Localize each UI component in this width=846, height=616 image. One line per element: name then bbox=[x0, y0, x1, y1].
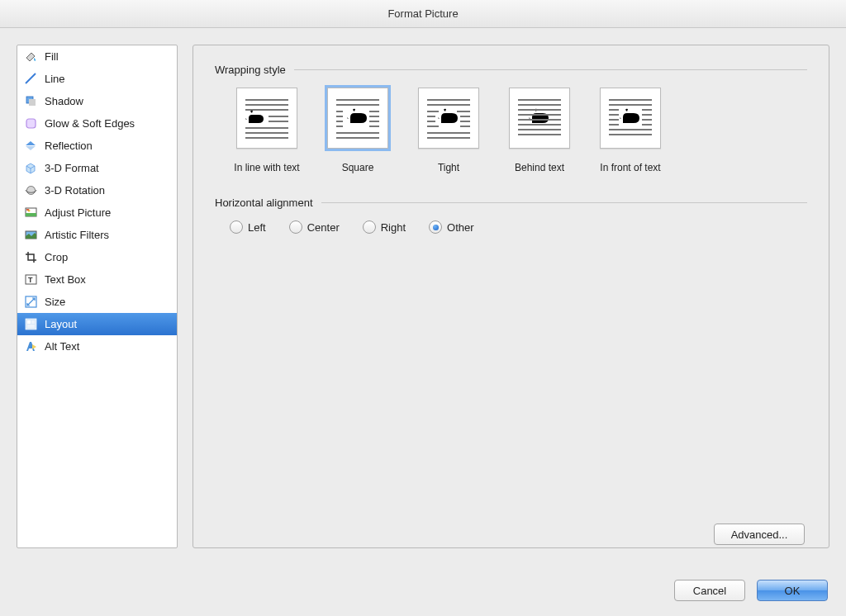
svg-rect-13 bbox=[26, 319, 36, 329]
radio-button-icon bbox=[429, 220, 442, 234]
sidebar-item-alt-text[interactable]: Alt Text bbox=[17, 335, 177, 358]
sidebar-item-label: 3-D Rotation bbox=[45, 184, 105, 197]
svg-point-4 bbox=[27, 187, 36, 195]
svg-rect-8 bbox=[26, 209, 29, 211]
crop-icon bbox=[24, 250, 38, 264]
radio-button-icon bbox=[230, 220, 243, 234]
radio-button-icon bbox=[363, 220, 376, 234]
dialog-button-row: Cancel OK bbox=[674, 580, 828, 601]
wrapping-options-row: In line with text Square bbox=[230, 88, 807, 173]
divider bbox=[294, 69, 807, 70]
alt-text-icon bbox=[24, 339, 38, 353]
dialog-content: Fill Line Shadow Glow & Soft Edges Refle… bbox=[0, 28, 846, 565]
window-title: Format Picture bbox=[0, 0, 846, 28]
sidebar-item-layout[interactable]: Layout bbox=[17, 313, 177, 335]
sidebar-item-3d-rotation[interactable]: 3-D Rotation bbox=[17, 179, 177, 201]
wrapping-label-text: Wrapping style bbox=[215, 64, 286, 76]
paint-bucket-icon bbox=[24, 50, 38, 64]
layout-icon bbox=[24, 317, 38, 331]
sidebar-item-fill[interactable]: Fill bbox=[17, 45, 177, 68]
halign-label-text: Horizontal alignment bbox=[215, 197, 313, 209]
sidebar-item-label: 3-D Format bbox=[45, 162, 99, 174]
sidebar-item-text-box[interactable]: T Text Box bbox=[17, 268, 177, 291]
sidebar-item-artistic-filters[interactable]: Artistic Filters bbox=[17, 224, 177, 246]
advanced-button-wrap: Advanced... bbox=[714, 524, 805, 545]
wrap-option-inline[interactable]: In line with text bbox=[230, 88, 304, 173]
cube-icon bbox=[24, 161, 38, 175]
sidebar-item-label: Artistic Filters bbox=[45, 229, 109, 241]
radio-other[interactable]: Other bbox=[429, 220, 474, 234]
svg-text:T: T bbox=[28, 276, 33, 284]
sidebar-item-label: Text Box bbox=[45, 273, 86, 286]
wrap-option-label: In line with text bbox=[230, 162, 304, 173]
wrap-option-tight[interactable]: Tight bbox=[411, 88, 486, 173]
category-sidebar: Fill Line Shadow Glow & Soft Edges Refle… bbox=[17, 45, 178, 548]
sidebar-item-label: Line bbox=[45, 73, 65, 85]
glow-icon bbox=[24, 116, 38, 130]
cancel-button[interactable]: Cancel bbox=[674, 580, 745, 601]
text-box-icon: T bbox=[24, 272, 38, 287]
sidebar-item-shadow[interactable]: Shadow bbox=[17, 90, 177, 112]
sidebar-item-size[interactable]: Size bbox=[17, 291, 177, 313]
radio-label: Right bbox=[381, 221, 406, 234]
wrap-option-label: In front of text bbox=[593, 162, 668, 173]
shadow-icon bbox=[24, 94, 38, 108]
sidebar-item-label: Fill bbox=[45, 50, 59, 63]
sidebar-item-glow[interactable]: Glow & Soft Edges bbox=[17, 112, 177, 135]
wrap-option-label: Square bbox=[321, 162, 395, 173]
wrap-option-label: Tight bbox=[411, 162, 486, 173]
radio-label: Center bbox=[307, 221, 340, 234]
radio-label: Other bbox=[447, 221, 474, 234]
wrap-thumb-square bbox=[327, 88, 388, 149]
sidebar-item-label: Size bbox=[45, 296, 65, 308]
sidebar-item-crop[interactable]: Crop bbox=[17, 246, 177, 268]
line-icon bbox=[24, 72, 38, 86]
wrap-thumb-front bbox=[600, 88, 661, 149]
wrapping-section-label: Wrapping style bbox=[215, 64, 807, 76]
sidebar-item-3d-format[interactable]: 3-D Format bbox=[17, 157, 177, 179]
rotation-icon bbox=[24, 183, 38, 197]
wrap-thumb-behind bbox=[509, 88, 570, 149]
divider bbox=[321, 202, 807, 203]
sidebar-item-label: Crop bbox=[45, 251, 68, 263]
adjust-picture-icon bbox=[24, 206, 38, 220]
advanced-button[interactable]: Advanced... bbox=[714, 524, 805, 545]
svg-line-0 bbox=[26, 73, 36, 83]
sidebar-item-label: Layout bbox=[45, 318, 77, 330]
sidebar-item-line[interactable]: Line bbox=[17, 68, 177, 90]
radio-right[interactable]: Right bbox=[363, 220, 406, 234]
sidebar-item-reflection[interactable]: Reflection bbox=[17, 135, 177, 157]
wrap-thumb-tight bbox=[418, 88, 479, 149]
wrap-thumb-inline bbox=[236, 88, 297, 149]
halign-radio-row: Left Center Right Other bbox=[230, 220, 807, 234]
wrap-option-behind[interactable]: Behind text bbox=[502, 88, 577, 173]
reflection-icon bbox=[24, 139, 38, 153]
wrap-option-square[interactable]: Square bbox=[321, 88, 395, 173]
svg-rect-2 bbox=[29, 99, 36, 106]
main-panel: Wrapping style In line with text bbox=[192, 45, 829, 548]
svg-rect-6 bbox=[26, 213, 36, 216]
radio-button-icon bbox=[289, 220, 302, 234]
radio-center[interactable]: Center bbox=[289, 220, 340, 234]
wrap-option-front[interactable]: In front of text bbox=[593, 88, 668, 173]
sidebar-item-label: Reflection bbox=[45, 140, 93, 152]
sidebar-item-label: Adjust Picture bbox=[45, 206, 111, 219]
sidebar-item-adjust-picture[interactable]: Adjust Picture bbox=[17, 201, 177, 224]
sidebar-item-label: Glow & Soft Edges bbox=[45, 117, 135, 130]
ok-button[interactable]: OK bbox=[757, 580, 828, 601]
svg-rect-14 bbox=[27, 320, 31, 324]
sidebar-item-label: Alt Text bbox=[45, 340, 79, 353]
halign-section-label: Horizontal alignment bbox=[215, 197, 807, 209]
radio-label: Left bbox=[248, 221, 266, 234]
svg-rect-3 bbox=[26, 119, 36, 128]
sidebar-item-label: Shadow bbox=[45, 95, 83, 107]
wrap-option-label: Behind text bbox=[502, 162, 577, 173]
radio-left[interactable]: Left bbox=[230, 220, 266, 234]
size-icon bbox=[24, 295, 38, 309]
artistic-filters-icon bbox=[24, 228, 38, 242]
